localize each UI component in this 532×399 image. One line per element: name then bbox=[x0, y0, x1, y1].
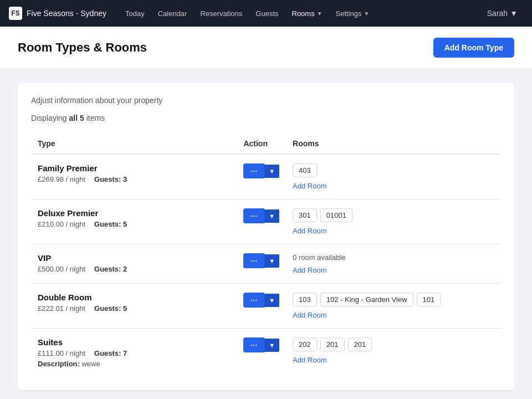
room-tag[interactable]: 301 bbox=[293, 208, 317, 222]
user-name: Sarah bbox=[487, 9, 508, 18]
rooms-cell: 202201201Add Room bbox=[286, 329, 501, 377]
room-type-name: Deluxe Premier bbox=[38, 208, 230, 218]
col-header-type: Type bbox=[31, 134, 237, 154]
rooms-cell: 0 room availableAdd Room bbox=[286, 244, 501, 284]
room-tags: 403 bbox=[293, 163, 494, 177]
rooms-container: 202201201Add Room bbox=[293, 337, 494, 364]
action-cell: ··· ▼ bbox=[237, 200, 286, 244]
room-guests: Guests: 5 bbox=[94, 220, 127, 228]
brand-name: Five Seasons - Sydney bbox=[27, 9, 106, 18]
room-tag[interactable]: 103 bbox=[293, 293, 317, 306]
table-body: Family Premier £269.98 / night Guests: 3… bbox=[31, 154, 501, 377]
rooms-cell: 403Add Room bbox=[286, 154, 501, 200]
room-guests: Guests: 7 bbox=[94, 349, 127, 357]
room-tag[interactable]: 201 bbox=[320, 337, 345, 351]
card-subtitle: Adjust information about your property bbox=[31, 96, 501, 105]
action-btn-dropdown[interactable]: ▼ bbox=[264, 339, 279, 352]
page-title: Room Types & Rooms bbox=[18, 40, 147, 55]
room-price: £222.01 / night bbox=[38, 304, 85, 313]
nav-today[interactable]: Today bbox=[120, 6, 150, 21]
nav-reservations[interactable]: Reservations bbox=[195, 6, 248, 21]
room-tag[interactable]: 01001 bbox=[320, 208, 352, 222]
action-btn-dropdown[interactable]: ▼ bbox=[264, 294, 279, 307]
action-button[interactable]: ··· ▼ bbox=[243, 253, 279, 268]
room-tag[interactable]: 101 bbox=[417, 293, 441, 306]
room-price: £500.00 / night bbox=[38, 265, 85, 273]
type-cell: Deluxe Premier £210.00 / night Guests: 5 bbox=[31, 200, 237, 244]
room-description: Description: wewe bbox=[38, 360, 230, 368]
display-suffix: items bbox=[86, 114, 105, 122]
action-btn-dropdown[interactable]: ▼ bbox=[264, 254, 279, 268]
table-row: Deluxe Premier £210.00 / night Guests: 5… bbox=[31, 200, 501, 244]
table-header: Type Action Rooms bbox=[31, 134, 501, 154]
navbar-links: Today Calendar Reservations Guests Rooms… bbox=[120, 6, 482, 21]
nav-calendar[interactable]: Calendar bbox=[152, 6, 193, 21]
room-tags: 30101001 bbox=[293, 208, 494, 222]
room-price: £111.00 / night bbox=[38, 349, 85, 357]
action-btn-dropdown[interactable]: ▼ bbox=[264, 209, 279, 223]
room-tags: 103102 - King - Garden View101 bbox=[293, 293, 494, 306]
action-button[interactable]: ··· ▼ bbox=[243, 337, 279, 352]
col-header-rooms: Rooms bbox=[286, 134, 501, 154]
display-info: Displaying all 5 items bbox=[31, 114, 501, 122]
action-cell: ··· ▼ bbox=[237, 329, 286, 377]
rooms-container: 403Add Room bbox=[293, 163, 494, 190]
room-guests: Guests: 5 bbox=[94, 304, 127, 313]
table-row: Suites £111.00 / night Guests: 7 Descrip… bbox=[31, 329, 501, 377]
nav-guests[interactable]: Guests bbox=[250, 6, 284, 21]
col-header-action: Action bbox=[237, 134, 286, 154]
action-cell: ··· ▼ bbox=[237, 154, 286, 200]
room-type-details: £210.00 / night Guests: 5 bbox=[38, 220, 230, 228]
navbar-brand[interactable]: FS Five Seasons - Sydney bbox=[9, 7, 106, 20]
add-room-link[interactable]: Add Room bbox=[293, 356, 494, 364]
nav-rooms[interactable]: Rooms ▼ bbox=[287, 6, 328, 21]
action-button[interactable]: ··· ▼ bbox=[243, 163, 279, 178]
settings-dropdown-caret: ▼ bbox=[364, 11, 370, 17]
type-cell: Family Premier £269.98 / night Guests: 3 bbox=[31, 154, 237, 200]
room-price: £210.00 / night bbox=[38, 220, 85, 228]
display-prefix: Displaying bbox=[31, 114, 67, 122]
action-button[interactable]: ··· ▼ bbox=[243, 208, 279, 223]
add-room-link[interactable]: Add Room bbox=[293, 266, 494, 274]
room-type-name: Family Premier bbox=[38, 163, 230, 173]
zero-room-text: 0 room available bbox=[293, 253, 494, 262]
add-room-link[interactable]: Add Room bbox=[293, 311, 494, 319]
action-btn-main[interactable]: ··· bbox=[243, 253, 264, 268]
room-price: £269.98 / night bbox=[38, 175, 85, 183]
action-btn-main[interactable]: ··· bbox=[243, 163, 264, 178]
room-type-name: VIP bbox=[38, 253, 230, 263]
action-button[interactable]: ··· ▼ bbox=[243, 293, 279, 308]
brand-icon: FS bbox=[9, 7, 22, 20]
room-type-details: £269.98 / night Guests: 3 bbox=[38, 175, 230, 183]
main-card: Adjust information about your property D… bbox=[18, 83, 514, 390]
room-type-details: £500.00 / night Guests: 2 bbox=[38, 265, 230, 273]
rooms-container: 103102 - King - Garden View101Add Room bbox=[293, 293, 494, 319]
room-tags: 202201201 bbox=[293, 337, 494, 351]
room-type-details: £222.01 / night Guests: 5 bbox=[38, 304, 230, 313]
rooms-dropdown-caret: ▼ bbox=[317, 11, 323, 17]
add-room-link[interactable]: Add Room bbox=[293, 182, 494, 190]
action-btn-main[interactable]: ··· bbox=[243, 208, 264, 223]
page-header: Room Types & Rooms Add Room Type bbox=[0, 27, 532, 69]
rooms-table: Type Action Rooms Family Premier £269.98… bbox=[31, 134, 501, 377]
add-room-link[interactable]: Add Room bbox=[293, 227, 494, 235]
type-cell: Double Room £222.01 / night Guests: 5 bbox=[31, 284, 237, 329]
user-dropdown-caret: ▼ bbox=[510, 9, 518, 18]
type-cell: Suites £111.00 / night Guests: 7 Descrip… bbox=[31, 329, 237, 377]
action-btn-dropdown[interactable]: ▼ bbox=[264, 165, 279, 178]
action-btn-main[interactable]: ··· bbox=[243, 337, 264, 352]
nav-settings[interactable]: Settings ▼ bbox=[330, 6, 375, 21]
navbar-user[interactable]: Sarah ▼ bbox=[482, 6, 523, 21]
table-row: Family Premier £269.98 / night Guests: 3… bbox=[31, 154, 501, 200]
add-room-type-button[interactable]: Add Room Type bbox=[433, 38, 514, 58]
room-tag[interactable]: 201 bbox=[348, 337, 372, 351]
room-tag[interactable]: 403 bbox=[293, 163, 317, 177]
rooms-container: 0 room availableAdd Room bbox=[293, 253, 494, 274]
page-content: Adjust information about your property D… bbox=[0, 69, 532, 399]
room-tag[interactable]: 202 bbox=[293, 337, 317, 351]
navbar: FS Five Seasons - Sydney Today Calendar … bbox=[0, 0, 532, 27]
action-btn-main[interactable]: ··· bbox=[243, 293, 264, 308]
room-type-details: £111.00 / night Guests: 7 bbox=[38, 349, 230, 357]
room-guests: Guests: 2 bbox=[94, 265, 127, 273]
room-tag[interactable]: 102 - King - Garden View bbox=[320, 293, 413, 306]
